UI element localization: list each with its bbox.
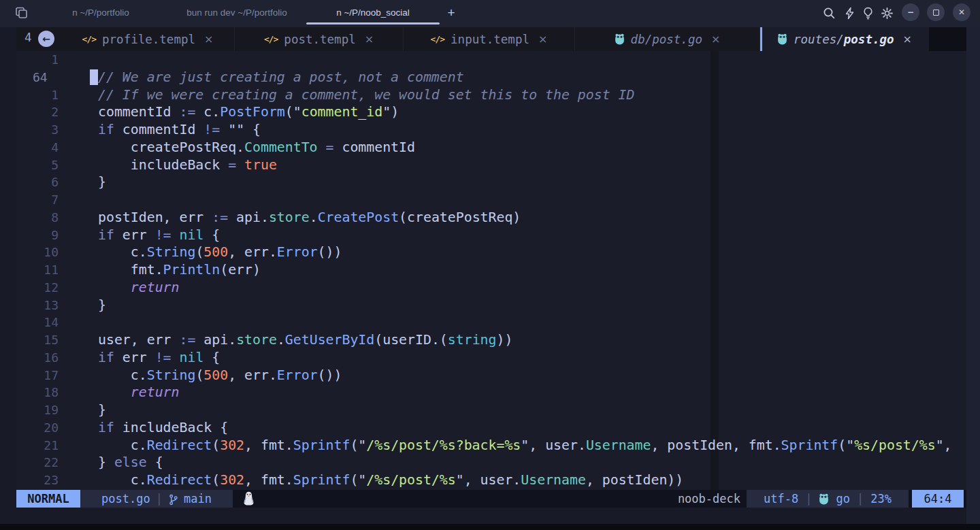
close-buffer-icon[interactable]: × — [365, 33, 374, 46]
buffer-tab-path: routes/ — [794, 33, 844, 46]
buffer-tabs: </>profile.templ×</>post.templ×</>input.… — [61, 27, 929, 51]
code-line[interactable]: 64// We are just creating a post, not a … — [16, 69, 966, 86]
code-token: c. — [98, 437, 147, 453]
code-line[interactable]: 15user, err := api.store.GetUserById(use… — [16, 331, 966, 349]
search-icon[interactable] — [822, 6, 836, 20]
code-line[interactable]: 18 return — [16, 384, 966, 401]
minimize-icon[interactable]: − — [902, 3, 919, 21]
line-number: 22 — [16, 454, 59, 471]
code-token: != — [155, 350, 172, 365]
close-buffer-icon[interactable]: × — [711, 33, 720, 46]
code-line[interactable]: 7 — [16, 191, 966, 209]
code-line[interactable]: 17 c.String(500, err.Error()) — [16, 367, 966, 384]
line-number: 14 — [16, 314, 59, 331]
buffer-tab[interactable]: </>input.templ× — [404, 27, 575, 51]
code-line[interactable]: 20if includeBack { — [16, 419, 966, 437]
file-name[interactable]: post.go — [101, 492, 150, 506]
code-token: includeBack — [98, 157, 228, 173]
code-line[interactable]: 8postIden, err := api.store.CreatePost(c… — [16, 209, 966, 227]
close-buffer-icon[interactable]: × — [204, 33, 213, 46]
terminal-tab-label: n ~/P/noob_social — [336, 7, 410, 18]
buffer-tab[interactable]: </>profile.templ× — [61, 27, 235, 51]
buffer-tab[interactable]: </>post.templ× — [235, 27, 404, 51]
code-line[interactable]: 10 c.String(500, err.Error()) — [16, 244, 966, 261]
code-line[interactable]: 2commentId := c.PostForm("comment_id") — [16, 103, 966, 121]
code-token: api. — [195, 332, 236, 348]
code-line[interactable]: 1// If we were creating a comment, we wo… — [16, 86, 966, 104]
code-line[interactable]: 11 fmt.Println(err) — [16, 261, 966, 279]
code-line[interactable]: 14 — [16, 314, 966, 331]
code-line[interactable]: 23 c.Redirect(302, fmt.Sprintf("/%s/post… — [16, 471, 966, 489]
linux-penguin-icon — [242, 491, 255, 506]
code-line[interactable]: 5 includeBack = true — [16, 156, 966, 174]
copy-windows-icon[interactable] — [14, 6, 29, 20]
new-tab-button[interactable]: + — [441, 4, 461, 22]
line-number: 16 — [16, 349, 59, 367]
code-token: { — [147, 454, 163, 470]
code-token: , postIden)) — [586, 472, 683, 488]
mode-indicator: NORMAL — [16, 490, 80, 508]
code-token: // If we were creating a comment, we wou… — [98, 87, 635, 103]
code-line[interactable]: 3if commentId != "" { — [16, 121, 966, 139]
line-number: 64 — [16, 69, 59, 86]
close-icon[interactable]: ✕ — [953, 3, 970, 21]
code-token: commentId — [333, 139, 414, 155]
code-token: if — [98, 350, 114, 365]
code-token: 302 — [220, 472, 244, 488]
line-number: 4 — [16, 139, 59, 156]
code-token: includeBack { — [114, 420, 228, 435]
code-token: ", user. — [456, 472, 521, 488]
code-token: Sprintf — [293, 472, 350, 488]
line-number: 11 — [16, 261, 59, 279]
lightning-icon[interactable] — [843, 6, 857, 20]
line-number: 12 — [16, 279, 59, 297]
bufferline: 4 ← </>profile.templ×</>post.templ×</>in… — [16, 27, 966, 51]
line-number: 8 — [16, 209, 59, 227]
code-token: } — [98, 174, 106, 190]
code-line[interactable]: 1 — [16, 51, 966, 69]
code-token: . — [277, 332, 285, 348]
lightbulb-icon[interactable] — [861, 6, 875, 20]
terminal-tab-strip: n ~/P/portfoliobun run dev ~/P/portfolio… — [33, 0, 441, 24]
code-line[interactable]: 12 return — [16, 279, 966, 297]
code-token: commentId — [114, 122, 203, 137]
code-token: %s/post/%s — [854, 437, 935, 453]
maximize-icon[interactable] — [927, 3, 945, 21]
code-line[interactable]: 21 c.Redirect(302, fmt.Sprintf("/%s/post… — [16, 437, 966, 454]
git-branch-name[interactable]: main — [184, 492, 212, 506]
code-line[interactable]: 13} — [16, 297, 966, 314]
code-token: , err. — [228, 244, 277, 260]
code-token: { — [203, 227, 220, 243]
terminal-tab[interactable]: n ~/P/noob_social — [305, 0, 441, 24]
terminal-tab[interactable]: bun run dev ~/P/portfolio — [169, 0, 305, 24]
code-token: // We are just creating a post, not a co… — [98, 69, 464, 85]
code-token: err — [114, 227, 155, 243]
back-button[interactable]: ← — [38, 31, 54, 47]
buffer-tab-label: profile.templ — [102, 33, 195, 46]
code-line[interactable]: 6} — [16, 173, 966, 191]
buffer-tab[interactable]: routes/post.go× — [760, 27, 929, 51]
scroll-percent: 23% — [870, 492, 892, 506]
code-token: Redirect — [147, 472, 212, 488]
code-line[interactable]: 22} else { — [16, 454, 966, 471]
close-buffer-icon[interactable]: × — [903, 33, 912, 46]
code-token: Sprintf — [293, 437, 350, 453]
code-token: (createPostReq) — [399, 210, 521, 225]
code-line[interactable]: 19} — [16, 401, 966, 419]
code-token: c. — [98, 367, 147, 383]
code-token: postIden, err — [98, 210, 212, 225]
code-line[interactable]: 4 createPostReq.CommentTo = commentId — [16, 139, 966, 156]
line-number: 15 — [16, 331, 59, 349]
close-buffer-icon[interactable]: × — [538, 33, 547, 46]
line-number: 10 — [16, 244, 59, 261]
active-tab-indicator — [760, 27, 762, 51]
gear-icon[interactable] — [880, 6, 894, 20]
buffer-tab[interactable]: db/post.go× — [575, 27, 760, 51]
code-token — [318, 139, 326, 155]
code-line[interactable]: 16if err != nil { — [16, 349, 966, 367]
code-token: 500 — [203, 367, 228, 383]
segment-separator: | — [156, 492, 163, 506]
code-line[interactable]: 9if err != nil { — [16, 227, 966, 244]
code-token — [172, 350, 180, 365]
terminal-tab[interactable]: n ~/P/portfolio — [33, 0, 169, 24]
